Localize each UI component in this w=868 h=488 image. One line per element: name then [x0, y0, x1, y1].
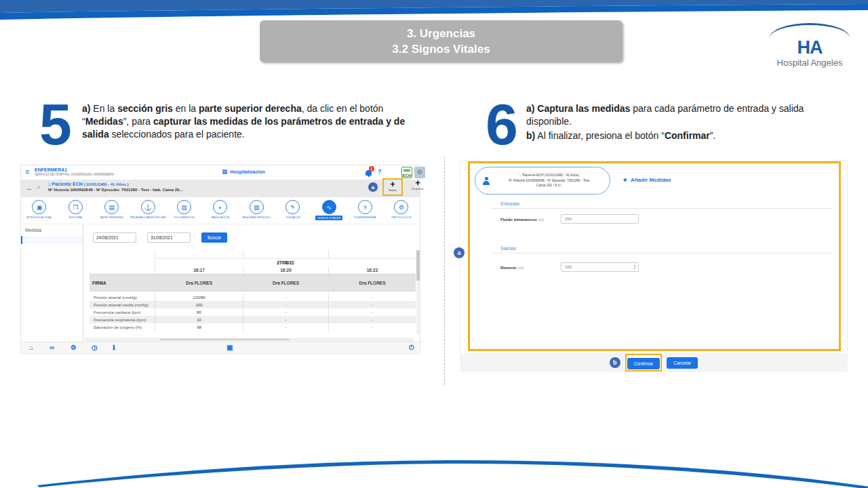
logo-abbr: HA — [765, 38, 854, 57]
plus-icon: + — [384, 180, 401, 189]
sidebar-header: Medidas — [21, 224, 83, 236]
diuresis-input[interactable] — [561, 262, 639, 272]
slide-title: 3. Urgencias 3.2 Signos Vitales — [260, 20, 623, 62]
tab-label: PROTOCOLOS — [391, 216, 411, 219]
confirmar-button[interactable]: Confirmar — [627, 358, 660, 369]
tab-label: EPISODIO ACTUAL — [26, 216, 52, 219]
measures-table: 27/08/21 16:17 16:20 16:22 FIRMA Dra FLO… — [90, 250, 416, 331]
settings-icon[interactable]: ⚙ — [71, 344, 77, 351]
ech-icon-top: Conexión — [403, 169, 411, 171]
row-value: 120/80 — [155, 293, 243, 301]
tab-label: MEDICACIÓN — [212, 216, 230, 219]
user-service: SERVICIO DE HOSPITAL UNIVERSIDAD / ENFER… — [35, 173, 114, 176]
add-measures-header: ♥ Añadir Medidas — [623, 176, 671, 184]
sidebar-item[interactable] — [21, 252, 83, 260]
row-value: - — [328, 308, 416, 316]
tab-label: N.ENFERMERÍA — [355, 216, 376, 219]
tab-item[interactable]: ⚙ PROTOCOLOS — [383, 197, 419, 224]
tab-item[interactable]: ⚕ N.ENFERMERÍA — [347, 197, 383, 224]
add-parametros-label: Parametros — [408, 188, 428, 190]
app-footer: ⌂ ∞ ⚙ ◷ ℹ ▣ ⏻ — [21, 342, 420, 353]
tab-icon: ∿ — [322, 200, 336, 214]
add-medida-button[interactable]: + Medida — [382, 178, 403, 196]
tab-item[interactable]: ▣ EPISODIO ACTUAL — [21, 197, 57, 224]
patient-age: ( 01/01/1980 - 41 Años ) — [84, 182, 129, 186]
step-6-text: a) Captura las medidas para cada parámet… — [526, 102, 828, 142]
row-value: - — [243, 323, 328, 331]
row-value: - — [243, 316, 328, 323]
date-to-input[interactable] — [147, 232, 191, 243]
pill-line1: Paciente ECH (01/01/1980 - 41 Años) — [522, 173, 579, 177]
fluido-field-label: Fluido intravenoso (ml) — [500, 218, 544, 222]
row-value: - — [243, 308, 328, 316]
tab-item[interactable]: ⚓ PRUEBAS DIAGNÓSTICAS — [130, 197, 166, 224]
entradas-section-title: Entradas — [490, 201, 832, 209]
cancelar-button[interactable]: Cancelar — [667, 357, 698, 369]
search-icon[interactable]: ∞ — [50, 344, 54, 351]
stepper-icon[interactable]: ▴▾ — [633, 264, 637, 269]
table-row: Frecuencia respiratoria (rpm) 10 - - — [90, 316, 416, 323]
firma-cell: Dra FLORES — [155, 274, 243, 291]
horizontal-scrollbar[interactable] — [85, 338, 413, 341]
back-icon[interactable]: ← — [26, 184, 33, 192]
module-block: ▦ Hospitalización — [222, 168, 265, 175]
measures-sidebar: Medidas — [21, 224, 83, 342]
diuresis-field-label: Diuresis (ml) — [500, 266, 524, 270]
tab-item[interactable]: ▤ ANTECEDENTES — [94, 197, 130, 224]
patient-name: Paciente ECH — [52, 182, 83, 186]
salidas-section-title: Salidas — [490, 246, 832, 253]
tab-icon: ◐ — [213, 200, 227, 214]
table-firma-row: FIRMA Dra FLORES Dra FLORES Dra FLORES — [90, 274, 416, 291]
slide-title-line1: 3. Urgencias — [407, 26, 475, 41]
pill-line2: Nº Historia 1002693648 - Nº Episodio: 76… — [494, 178, 604, 184]
patient-pill-text: ♂ Paciente ECH (01/01/1980 - 41 Años) Nº… — [494, 173, 610, 188]
tab-item[interactable]: ▥ DOCUMENTOS — [166, 197, 202, 224]
tab-item[interactable]: ◐ MEDICACIÓN — [202, 197, 238, 224]
vertical-scrollbar[interactable] — [416, 250, 420, 335]
help-icon[interactable]: ? — [378, 168, 382, 175]
sidebar-item[interactable] — [21, 260, 83, 268]
patient-pill: ♂ Paciente ECH (01/01/1980 - 41 Años) Nº… — [475, 167, 610, 195]
slide-title-line2: 3.2 Signos Vitales — [392, 41, 490, 57]
row-label: Frecuencia cardiaca (lpm) — [90, 308, 155, 316]
tab-label: PRUEBAS DIAGNÓSTICAS — [130, 216, 166, 219]
ech-icon[interactable]: Conexión ECH — [401, 167, 412, 178]
info-icon[interactable]: ℹ — [113, 344, 115, 351]
tab-item[interactable]: ✎ CUIDADOS — [275, 197, 311, 224]
power-icon[interactable]: ⏻ — [409, 344, 414, 352]
firma-cell: Dra FLORES — [243, 274, 328, 291]
home-icon[interactable]: ⌂ — [29, 344, 33, 351]
tab-label: RESUMEN EPISODIO — [242, 216, 271, 219]
menu-icon[interactable]: ≡ — [25, 167, 29, 176]
row-label: Presión arterial (mmHg) — [90, 293, 155, 301]
patient-info: ▯ Paciente ECH ( 01/01/1980 - 41 Años ) … — [48, 182, 182, 192]
row-value: 80 — [155, 308, 243, 316]
tab-icon: ⚓ — [141, 200, 155, 214]
time-cell: 16:20 — [243, 266, 328, 274]
buscar-button[interactable]: Buscar — [201, 232, 227, 243]
add-parametros-button[interactable]: + Parametros — [408, 178, 428, 196]
confirm-highlight: Confirmar — [625, 354, 663, 371]
step-5-text: a) En la sección gris en la parte superi… — [82, 102, 422, 141]
row-value: 98 — [155, 323, 243, 331]
step-5-number: 5 — [39, 95, 72, 153]
user-block: ENFERMERA1 SERVICIO DE HOSPITAL UNIVERSI… — [35, 167, 114, 176]
step-6-line-a: a) Captura las medidas para cada parámet… — [526, 102, 828, 128]
history-icon[interactable]: ◷ — [92, 344, 98, 351]
document-icon: ▯ — [48, 182, 50, 186]
date-from-input[interactable] — [93, 232, 136, 243]
bottom-banner-swoosh — [0, 455, 868, 488]
print-icon[interactable]: ▣ — [226, 344, 233, 351]
left-app-screenshot: ≡ ENFERMERA1 SERVICIO DE HOSPITAL UNIVER… — [20, 165, 420, 354]
tab-item[interactable]: ▧ RESUMEN EPISODIO — [239, 197, 275, 224]
measures-main: Buscar 27/08/21 16:17 16:20 16:22 — [83, 224, 420, 342]
app-body: Medidas Buscar 27/08/21 — [21, 224, 420, 342]
tab-item[interactable]: ❐ HISTORIA — [58, 197, 94, 224]
sidebar-item[interactable] — [21, 244, 83, 252]
tab-item[interactable]: ∿ SIGNOS VITALES — [311, 197, 347, 224]
top-banner-swoosh — [0, 0, 868, 22]
sidebar-item[interactable] — [21, 236, 83, 244]
apps-icon[interactable]: ⚙ — [414, 167, 425, 178]
form-footer: b Confirmar Cancelar — [460, 353, 848, 372]
fluido-input[interactable] — [561, 214, 639, 224]
